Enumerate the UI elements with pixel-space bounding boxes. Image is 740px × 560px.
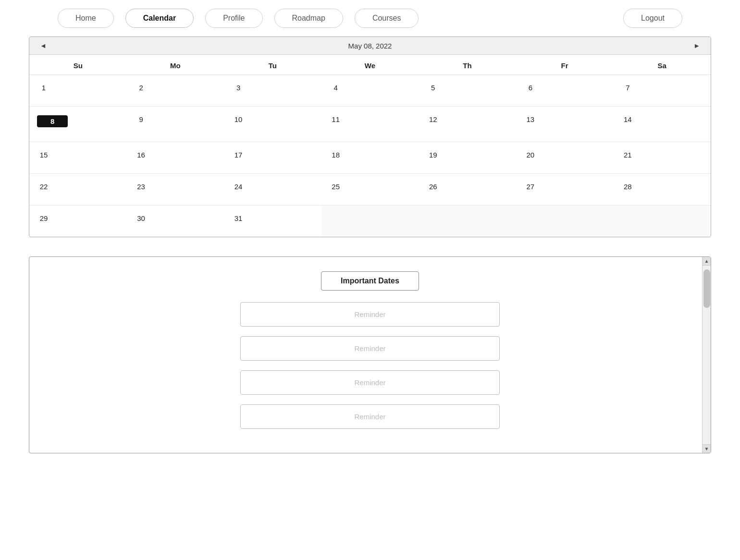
today-date: 8 <box>37 115 68 127</box>
navbar: HomeCalendarProfileRoadmapCourses Logout <box>0 0 740 37</box>
calendar-day-cell[interactable]: 5 <box>419 75 516 107</box>
calendar-day-cell[interactable]: 28 <box>613 174 711 206</box>
day-number: 2 <box>135 84 148 92</box>
scrollbar-down-button[interactable]: ▼ <box>703 444 711 453</box>
calendar-prev-button[interactable]: ◄ <box>37 41 49 50</box>
calendar-day-cell[interactable]: 23 <box>127 174 224 206</box>
weekday-header-tu: Tu <box>224 55 321 75</box>
calendar-day-cell <box>321 206 419 237</box>
day-number: 19 <box>426 151 440 159</box>
important-dates-title: Important Dates <box>321 271 419 291</box>
day-number: 9 <box>135 115 148 123</box>
calendar-day-cell[interactable]: 31 <box>224 206 321 237</box>
weekday-header-fr: Fr <box>516 55 614 75</box>
calendar-day-cell[interactable]: 30 <box>127 206 224 237</box>
weekday-header-mo: Mo <box>127 55 224 75</box>
important-dates-title-wrap: Important Dates <box>49 271 691 291</box>
calendar-day-cell <box>516 206 614 237</box>
day-number: 14 <box>621 115 634 123</box>
important-dates-section: Important Dates ▲ ▼ <box>29 256 711 453</box>
nav-button-calendar[interactable]: Calendar <box>125 9 194 28</box>
reminder-input-1[interactable] <box>240 302 500 327</box>
calendar-day-cell[interactable]: 14 <box>613 107 711 142</box>
calendar-day-cell[interactable]: 18 <box>321 142 419 174</box>
calendar-day-cell <box>419 206 516 237</box>
day-number: 28 <box>621 183 634 191</box>
calendar-day-cell <box>613 206 711 237</box>
day-number: 1 <box>37 84 50 92</box>
day-number: 24 <box>232 183 245 191</box>
day-number: 7 <box>621 84 634 92</box>
calendar-day-cell[interactable]: 7 <box>613 75 711 107</box>
nav-button-roadmap[interactable]: Roadmap <box>274 9 343 28</box>
calendar-day-cell[interactable]: 27 <box>516 174 614 206</box>
weekday-header-we: We <box>321 55 419 75</box>
day-number: 20 <box>524 151 537 159</box>
day-number: 13 <box>524 115 537 123</box>
calendar-day-cell[interactable]: 3 <box>224 75 321 107</box>
day-number: 26 <box>426 183 440 191</box>
calendar-day-cell[interactable]: 2 <box>127 75 224 107</box>
day-number: 11 <box>329 115 343 123</box>
calendar-day-cell[interactable]: 24 <box>224 174 321 206</box>
day-number: 5 <box>426 84 440 92</box>
day-number: 4 <box>329 84 343 92</box>
day-number: 23 <box>135 183 148 191</box>
scrollbar-thumb[interactable] <box>703 269 710 308</box>
calendar-day-cell[interactable]: 1 <box>29 75 127 107</box>
day-number: 12 <box>426 115 440 123</box>
calendar-day-cell[interactable]: 10 <box>224 107 321 142</box>
calendar-next-button[interactable]: ► <box>691 41 703 50</box>
day-number: 25 <box>329 183 343 191</box>
calendar-day-cell[interactable]: 21 <box>613 142 711 174</box>
calendar-day-cell[interactable]: 19 <box>419 142 516 174</box>
calendar-day-cell[interactable]: 16 <box>127 142 224 174</box>
weekday-header-sa: Sa <box>613 55 711 75</box>
calendar-day-cell[interactable]: 8 <box>29 107 127 142</box>
nav-button-home[interactable]: Home <box>58 9 114 28</box>
weekday-header-th: Th <box>419 55 516 75</box>
calendar-day-cell[interactable]: 26 <box>419 174 516 206</box>
day-number: 6 <box>524 84 537 92</box>
calendar-day-cell[interactable]: 15 <box>29 142 127 174</box>
day-number: 3 <box>232 84 245 92</box>
day-number: 18 <box>329 151 343 159</box>
calendar-container: ◄ May 08, 2022 ► SuMoTuWeThFrSa 12345678… <box>29 37 711 237</box>
day-number: 16 <box>135 151 148 159</box>
day-number: 31 <box>232 214 245 222</box>
calendar-day-cell[interactable]: 17 <box>224 142 321 174</box>
reminder-input-2[interactable] <box>240 336 500 361</box>
nav-button-profile[interactable]: Profile <box>205 9 262 28</box>
reminder-input-4[interactable] <box>240 404 500 429</box>
calendar-day-cell[interactable]: 9 <box>127 107 224 142</box>
day-number: 27 <box>524 183 537 191</box>
calendar-day-cell[interactable]: 6 <box>516 75 614 107</box>
day-number: 22 <box>37 183 50 191</box>
calendar-grid: SuMoTuWeThFrSa 1234567891011121314151617… <box>29 55 711 237</box>
nav-button-courses[interactable]: Courses <box>355 9 419 28</box>
scrollbar-track: ▲ ▼ <box>702 257 711 453</box>
calendar-header: ◄ May 08, 2022 ► <box>29 37 711 55</box>
day-number: 15 <box>37 151 50 159</box>
day-number: 29 <box>37 214 50 222</box>
logout-button[interactable]: Logout <box>623 9 682 28</box>
calendar-title: May 08, 2022 <box>348 42 392 50</box>
calendar-day-cell[interactable]: 11 <box>321 107 419 142</box>
day-number: 21 <box>621 151 634 159</box>
calendar-day-cell[interactable]: 29 <box>29 206 127 237</box>
calendar-day-cell[interactable]: 20 <box>516 142 614 174</box>
weekday-header-su: Su <box>29 55 127 75</box>
calendar-day-cell[interactable]: 13 <box>516 107 614 142</box>
day-number: 30 <box>135 214 148 222</box>
calendar-day-cell[interactable]: 4 <box>321 75 419 107</box>
day-number: 17 <box>232 151 245 159</box>
day-number: 10 <box>232 115 245 123</box>
calendar-day-cell[interactable]: 12 <box>419 107 516 142</box>
reminder-input-3[interactable] <box>240 370 500 395</box>
calendar-day-cell[interactable]: 22 <box>29 174 127 206</box>
scrollbar-up-button[interactable]: ▲ <box>703 257 711 266</box>
calendar-day-cell[interactable]: 25 <box>321 174 419 206</box>
